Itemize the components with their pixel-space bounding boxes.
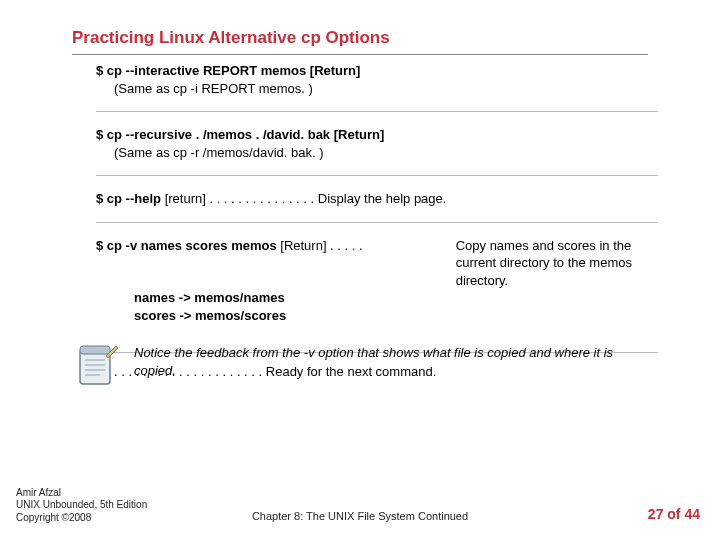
verbose-output-line: names -> memos/names — [134, 289, 658, 307]
command-block-verbose: $ cp -v names scores memos [Return] . . … — [96, 237, 658, 339]
cmd-left: $ cp -v names scores memos [Return] . . … — [96, 237, 456, 290]
cmd-desc: [return] . . . . . . . . . . . . . . . D… — [161, 191, 446, 206]
command-block-recursive: $ cp --recursive . /memos . /david. bak … — [96, 126, 658, 176]
svg-rect-0 — [80, 350, 110, 384]
cmd-line: $ cp --help — [96, 191, 161, 206]
page-total: 44 — [684, 506, 700, 522]
command-block-interactive: $ cp --interactive REPORT memos [Return]… — [96, 62, 658, 112]
title-underline — [72, 54, 648, 55]
page-sep: of — [663, 506, 684, 522]
page-current: 27 — [648, 506, 664, 522]
notepad-icon — [72, 340, 120, 388]
cmd-line: $ cp -v names scores memos — [96, 238, 277, 253]
page-title: Practicing Linux Alternative cp Options — [72, 28, 390, 48]
cmd-dots: [Return] . . . . . — [277, 238, 363, 253]
verbose-output-line: scores -> memos/scores — [134, 307, 658, 325]
cmd-desc: Copy names and scores in the current dir… — [456, 237, 658, 290]
cmd-sub: (Same as cp -i REPORT memos. ) — [114, 80, 658, 98]
slide: Practicing Linux Alternative cp Options … — [0, 0, 720, 540]
svg-rect-1 — [80, 346, 110, 354]
note-text: Notice the feedback from the -v option t… — [134, 340, 632, 379]
footer-chapter: Chapter 8: The UNIX File System Continue… — [0, 510, 720, 522]
command-block-help: $ cp --help [return] . . . . . . . . . .… — [96, 190, 658, 223]
footer-author: Amir Afzal — [16, 487, 147, 500]
footer-page: 27 of 44 — [648, 506, 700, 522]
note-row: Notice the feedback from the -v option t… — [72, 340, 632, 388]
cmd-line: $ cp --recursive . /memos . /david. bak … — [96, 126, 658, 144]
cmd-sub: (Same as cp -r /memos/david. bak. ) — [114, 144, 658, 162]
cmd-line: $ cp --interactive REPORT memos [Return] — [96, 62, 658, 80]
